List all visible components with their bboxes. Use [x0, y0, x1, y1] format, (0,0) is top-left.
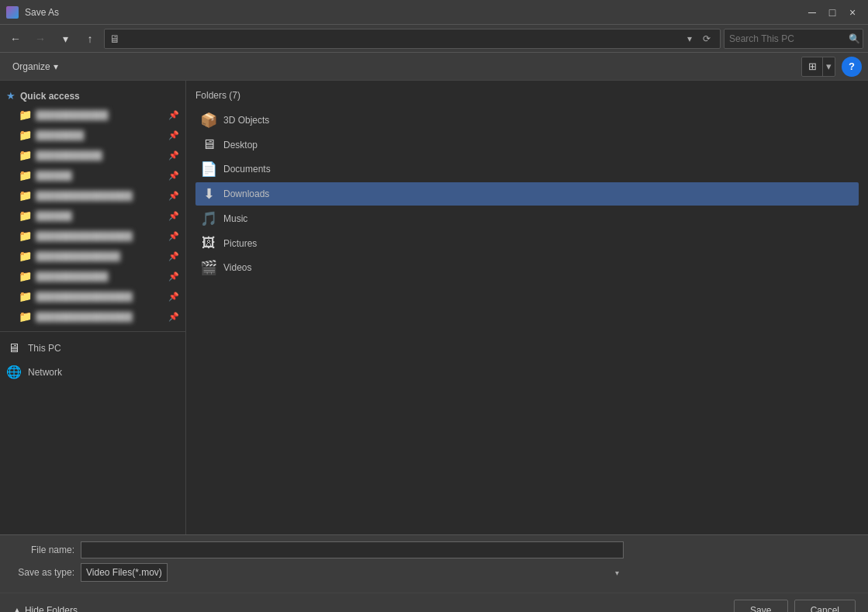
list-item[interactable]: 📁 ███████████ 📌	[0, 145, 185, 165]
window-controls: ─ □ ×	[803, 3, 862, 22]
folder-icon: 📁	[19, 129, 31, 141]
sidebar-item-label: ███████████	[36, 150, 179, 160]
list-item[interactable]: 🎬 Videos	[195, 256, 859, 279]
pin-icon: 📌	[168, 231, 179, 241]
folder-name: Desktop	[223, 140, 258, 150]
hide-folders-button[interactable]: ▲ Hide Folders	[12, 602, 78, 612]
folder-name: Videos	[223, 262, 251, 273]
folder-icon: 📁	[19, 230, 31, 242]
address-dropdown-icon[interactable]: ▾	[687, 33, 700, 44]
sidebar-item-label: ████████	[36, 130, 179, 140]
list-item[interactable]: 📁 ██████ 📌	[0, 165, 185, 185]
savetype-select[interactable]: Video Files(*.mov)	[81, 563, 168, 582]
back-button[interactable]: ←	[5, 28, 26, 50]
folder-desktop-icon: 🖥	[200, 137, 217, 153]
network-icon: 🌐	[6, 365, 22, 379]
list-item[interactable]: 📁 ██████████████ 📌	[0, 246, 185, 266]
hide-icon: ▲	[12, 605, 22, 612]
savetype-wrapper: Video Files(*.mov) ▾	[81, 563, 624, 582]
this-pc-icon: 🖥	[6, 341, 22, 355]
help-button[interactable]: ?	[842, 57, 862, 77]
sidebar-item-network[interactable]: 🌐 Network	[0, 360, 185, 384]
nav-bar: ← → ▾ ↑ 🖥 ▾ ⟳ 🔍	[0, 25, 868, 53]
list-item[interactable]: 🖥 Desktop	[195, 133, 859, 156]
close-button[interactable]: ×	[843, 3, 862, 22]
up-button[interactable]: ↑	[79, 28, 101, 50]
sidebar-item-label: ██████	[36, 211, 179, 220]
hide-folders-label: Hide Folders	[25, 605, 78, 612]
list-item[interactable]: 📁 ████████████ 📌	[0, 266, 185, 286]
organize-label: Organize	[12, 61, 50, 72]
folder-icon: 📁	[19, 209, 31, 222]
address-bar[interactable]: 🖥 ▾ ⟳	[104, 29, 721, 49]
savetype-row: Save as type: Video Files(*.mov) ▾	[12, 563, 856, 582]
sidebar-item-label: ████████████	[36, 271, 179, 281]
list-item[interactable]: 📁 ████████████████ 📌	[0, 306, 185, 327]
folder-icon: 📁	[19, 109, 31, 121]
pin-icon: 📌	[168, 191, 179, 201]
organize-button[interactable]: Organize ▾	[6, 58, 64, 75]
view-icon-button[interactable]: ⊞	[802, 57, 822, 76]
pin-icon: 📌	[168, 292, 179, 302]
sidebar-item-label: ████████████████	[36, 312, 179, 321]
forward-button[interactable]: →	[29, 28, 51, 50]
nav-dropdown-button[interactable]: ▾	[54, 28, 76, 50]
folder-name: 3D Objects	[223, 115, 269, 126]
pin-icon: 📌	[168, 150, 179, 161]
list-item[interactable]: ⬇ Downloads	[195, 182, 859, 206]
folder-icon: 📁	[19, 189, 31, 202]
pin-icon: 📌	[168, 171, 179, 181]
select-arrow-icon: ▾	[615, 569, 619, 577]
folder-pictures-icon: 🖼	[200, 235, 217, 251]
list-item[interactable]: 📁 ████████ 📌	[0, 125, 185, 145]
quick-access-label: Quick access	[20, 91, 80, 102]
folder-list: 📦 3D Objects 🖥 Desktop 📄 Documents ⬇ Dow…	[195, 109, 859, 279]
folder-name: Pictures	[223, 238, 257, 249]
save-button[interactable]: Save	[734, 600, 788, 612]
list-item[interactable]: 📁 ████████████████ 📌	[0, 226, 185, 246]
folder-documents-icon: 📄	[200, 161, 217, 178]
sidebar-divider	[0, 331, 185, 332]
view-dropdown-button[interactable]: ▾	[822, 57, 835, 76]
list-item[interactable]: 🎵 Music	[195, 207, 859, 230]
maximize-button[interactable]: □	[823, 3, 842, 22]
sidebar-item-this-pc[interactable]: 🖥 This PC	[0, 337, 185, 360]
search-bar[interactable]: 🔍	[724, 29, 863, 49]
filename-label: File name:	[12, 545, 74, 555]
list-item[interactable]: 📄 Documents	[195, 157, 859, 181]
list-item[interactable]: 📦 3D Objects	[195, 109, 859, 132]
address-bar-icon: 🖥	[109, 33, 120, 45]
title-bar: Save As ─ □ ×	[0, 0, 868, 25]
sidebar-item-label: Network	[28, 367, 62, 378]
list-item[interactable]: 📁 ██████ 📌	[0, 206, 185, 226]
list-item[interactable]: 📁 ████████████ 📌	[0, 105, 185, 125]
app-icon	[6, 6, 19, 19]
filename-input[interactable]	[81, 541, 624, 558]
folder-icon: 📁	[19, 250, 31, 262]
sidebar-item-label: This PC	[28, 343, 61, 354]
sidebar-item-label: ████████████	[36, 110, 179, 119]
folders-header: Folders (7)	[195, 90, 859, 101]
search-input[interactable]	[729, 33, 846, 44]
list-item[interactable]: 📁 ████████████████ 📌	[0, 185, 185, 206]
folder-icon: 📁	[19, 169, 31, 182]
minimize-button[interactable]: ─	[803, 3, 821, 22]
folder-name: Downloads	[223, 188, 269, 199]
list-item[interactable]: 📁 ████████████████ 📌	[0, 286, 185, 306]
pin-icon: 📌	[168, 110, 179, 120]
folder-3d-objects-icon: 📦	[200, 112, 217, 129]
toolbar: Organize ▾ ⊞ ▾ ?	[0, 53, 868, 81]
sidebar: ★ Quick access 📁 ████████████ 📌 📁 ██████…	[0, 81, 186, 534]
quick-access-header[interactable]: ★ Quick access	[0, 87, 185, 105]
cancel-button[interactable]: Cancel	[794, 600, 856, 612]
list-item[interactable]: 🖼 Pictures	[195, 232, 859, 254]
sidebar-item-label: ██████	[36, 171, 179, 180]
organize-dropdown-icon: ▾	[54, 61, 58, 72]
sidebar-item-label: ██████████████	[36, 251, 179, 261]
bottom-actions: ▲ Hide Folders Save Cancel	[0, 593, 868, 612]
pin-icon: 📌	[168, 271, 179, 282]
folder-name: Documents	[223, 164, 271, 175]
address-refresh-icon[interactable]: ⟳	[703, 33, 715, 44]
pin-icon: 📌	[168, 130, 179, 140]
filename-row: File name:	[12, 541, 856, 558]
